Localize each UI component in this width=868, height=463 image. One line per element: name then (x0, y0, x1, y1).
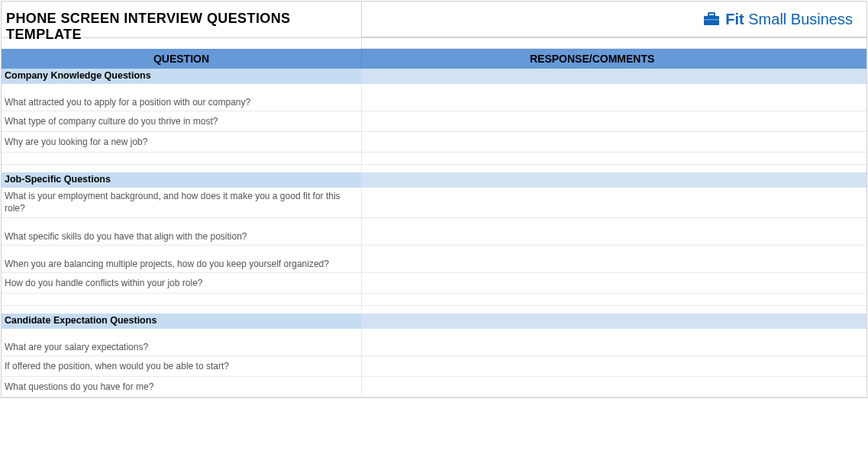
question-row: When you are balancing multiple projects… (2, 246, 866, 273)
brand-logo: Fit Small Business (702, 11, 853, 28)
response-cell[interactable] (362, 356, 866, 376)
response-cell[interactable] (362, 246, 866, 272)
question-row: What attracted you to apply for a positi… (2, 84, 866, 111)
question-cell[interactable]: What questions do you have for me? (2, 377, 362, 397)
section-response-blank (362, 69, 866, 84)
svg-rect-1 (708, 13, 715, 16)
empty-row (2, 153, 866, 165)
section-header: Candidate Expectation Questions (2, 313, 866, 329)
question-row: Why are you looking for a new job? (2, 132, 866, 153)
section-response-blank (362, 172, 866, 188)
response-cell[interactable] (362, 273, 866, 293)
logo-cell: Fit Small Business (362, 2, 866, 37)
question-cell[interactable]: How do you handle conflicts within your … (2, 273, 362, 293)
question-row: What questions do you have for me? (2, 377, 866, 397)
question-cell[interactable]: What is your employment background, and … (2, 188, 362, 217)
thin-row (2, 306, 866, 313)
question-row: What type of company culture do you thri… (2, 111, 866, 132)
question-row: If offered the position, when would you … (2, 356, 866, 377)
response-cell[interactable] (362, 188, 866, 217)
brand-text-fit: Fit (725, 11, 744, 27)
section-header: Company Knowledge Questions (2, 69, 866, 84)
brand-text: Fit Small Business (725, 11, 853, 28)
svg-rect-2 (704, 19, 719, 21)
question-cell[interactable]: What specific skills do you have that al… (2, 218, 362, 245)
response-cell[interactable] (362, 218, 866, 245)
response-cell[interactable] (362, 329, 866, 355)
column-question-header: QUESTION (2, 49, 362, 69)
question-row: What specific skills do you have that al… (2, 218, 866, 246)
question-row: What is your employment background, and … (2, 188, 866, 218)
page-title: PHONE SCREEN INTERVIEW QUESTIONS TEMPLAT… (2, 2, 362, 37)
header-row: PHONE SCREEN INTERVIEW QUESTIONS TEMPLAT… (2, 2, 866, 38)
response-cell[interactable] (362, 377, 866, 397)
empty-row (2, 294, 866, 306)
column-response-header: RESPONSE/COMMENTS (362, 49, 866, 69)
briefcase-icon (702, 11, 721, 27)
response-cell[interactable] (362, 84, 866, 111)
question-row: What are your salary expectations? (2, 329, 866, 356)
response-cell[interactable] (362, 132, 866, 152)
question-cell[interactable]: What are your salary expectations? (2, 329, 362, 355)
section-title: Candidate Expectation Questions (2, 313, 362, 329)
section-title: Company Knowledge Questions (2, 69, 362, 84)
section-response-blank (362, 313, 866, 329)
question-cell[interactable]: What type of company culture do you thri… (2, 111, 362, 131)
thin-row (2, 165, 866, 172)
question-cell[interactable]: What attracted you to apply for a positi… (2, 84, 362, 111)
question-cell[interactable]: If offered the position, when would you … (2, 356, 362, 376)
section-title: Job-Specific Questions (2, 172, 362, 188)
column-headers: QUESTION RESPONSE/COMMENTS (2, 49, 866, 69)
question-cell[interactable]: When you are balancing multiple projects… (2, 246, 362, 272)
spreadsheet-template: PHONE SCREEN INTERVIEW QUESTIONS TEMPLAT… (1, 1, 867, 398)
brand-text-rest: Small Business (744, 11, 853, 27)
svg-rect-0 (704, 16, 719, 25)
question-row: How do you handle conflicts within your … (2, 273, 866, 294)
response-cell[interactable] (362, 111, 866, 131)
section-header: Job-Specific Questions (2, 172, 866, 188)
spacer-row (2, 38, 866, 49)
question-cell[interactable]: Why are you looking for a new job? (2, 132, 362, 152)
